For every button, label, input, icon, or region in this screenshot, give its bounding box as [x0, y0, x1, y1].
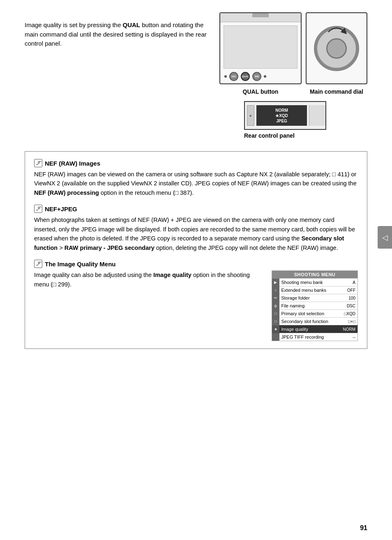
page-container: Image quality is set by pressing the QUA… [0, 0, 392, 540]
menu-icon-cell-7 [272, 333, 279, 341]
menu-icon-cell-3: ψ [272, 302, 279, 310]
rear-panel-text-xqd: ★XQD [275, 113, 288, 118]
camera-body-diagram: ISO QUAL WB [219, 12, 302, 84]
nef-jpeg-body: When photographs taken at settings of NE… [34, 215, 358, 252]
image-quality-menu-title-text: The Image Quality Menu [45, 261, 116, 268]
dial-outer [314, 26, 359, 71]
menu-row-6: ★Image qualityNORM [272, 325, 358, 333]
nef-raw-title-text: NEF (RAW) Images [45, 160, 100, 167]
image-quality-menu-section: 𝓕 The Image Quality Menu Image quality c… [34, 260, 358, 341]
menu-name-cell-2: Storage folder [279, 294, 341, 302]
qual-button: QUAL [241, 72, 250, 81]
menu-name-cell-6: Image quality [279, 325, 341, 333]
page-number: 91 [360, 524, 367, 532]
diagram-labels: QUAL button Main command dial [219, 88, 367, 95]
top-section: Image quality is set by pressing the QUA… [25, 12, 367, 139]
rear-panel-diagram: ■ NORM ★XQD JPEG [244, 101, 326, 130]
menu-row-4: □Primary slot selection□XQD [272, 310, 358, 318]
menu-row-3: ψFile namingDSC [272, 302, 358, 310]
dial-inner [326, 38, 347, 59]
menu-value-cell-5: □+□ [341, 318, 357, 325]
menu-name-cell-5: Secondary slot function [279, 318, 341, 325]
menu-icon-cell-6: ★ [272, 325, 279, 333]
sidebar-tab[interactable]: ◁ [378, 226, 392, 249]
camera-diagrams: ISO QUAL WB [219, 12, 367, 84]
rear-panel-text-norm: NORM [275, 108, 288, 113]
nef-jpeg-icon: 𝓕 [34, 205, 42, 213]
nef-raw-bold: NEF (RAW) processing [34, 189, 99, 196]
image-quality-bold: Image quality [153, 272, 191, 278]
diagrams-container: ISO QUAL WB [219, 12, 367, 139]
bottom-note-text: Image quality can also be adjusted using… [34, 270, 263, 289]
main-command-dial-label: Main command dial [306, 88, 367, 95]
menu-row-1: ○Extended menu banksOFF [272, 286, 358, 294]
shooting-menu-table: SHOOTING MENU ▶Shooting menu bankA○Exten… [272, 270, 358, 341]
shooting-menu-header: SHOOTING MENU [272, 271, 358, 279]
camera-screen [224, 25, 297, 69]
camera-dot-left [224, 75, 227, 78]
nef-jpeg-title-text: NEF+JPEG [45, 205, 77, 212]
nef-raw-title: 𝓕 NEF (RAW) Images [34, 159, 358, 167]
menu-value-cell-7: -- [341, 333, 357, 341]
rear-panel-screen: NORM ★XQD JPEG [256, 105, 307, 126]
camera-buttons-row: ISO QUAL WB [220, 70, 301, 83]
menu-value-cell-2: 100 [341, 294, 357, 302]
bottom-note-section: Image quality can also be adjusted using… [34, 270, 358, 341]
menu-name-cell-0: Shooting menu bank [279, 279, 341, 286]
menu-value-cell-4: □XQD [341, 310, 357, 318]
menu-icon-cell-2: ✏ [272, 294, 279, 302]
menu-row-7: JPEG TIFF recording-- [272, 333, 358, 341]
image-quality-menu-title: 𝓕 The Image Quality Menu [34, 260, 358, 268]
camera-top-notch [252, 13, 269, 17]
rear-panel-text-jpeg: JPEG [276, 118, 287, 124]
intro-text: Image quality is set by pressing the QUA… [25, 12, 219, 48]
camera-dot-right [264, 75, 266, 78]
nef-jpeg-bold2: RAW primary - JPEG secondary [65, 245, 154, 251]
nef-jpeg-body-text3: option, deleting the JPEG copy will not … [154, 245, 338, 251]
shooting-menu-container: SHOOTING MENU ▶Shooting menu bankA○Exten… [272, 270, 358, 341]
nef-jpeg-section: 𝓕 NEF+JPEG When photographs taken at set… [34, 205, 358, 252]
menu-icon-cell-4: □ [272, 310, 279, 318]
menu-name-cell-4: Primary slot selection [279, 310, 341, 318]
menu-name-cell-1: Extended menu banks [279, 286, 341, 294]
menu-value-cell-3: DSC [341, 302, 357, 310]
menu-name-cell-3: File naming [279, 302, 341, 310]
nef-raw-body-text1: NEF (RAW) images can be viewed on the ca… [34, 171, 357, 187]
nef-raw-body-text2: option in the retouch menu (□ 387). [99, 189, 194, 196]
menu-icon-cell-0: ▶ [272, 279, 279, 286]
menu-value-cell-6: NORM [341, 325, 357, 333]
nef-jpeg-body-text2: > [58, 245, 65, 251]
menu-row-0: ▶Shooting menu bankA [272, 279, 358, 286]
menu-name-cell-7: JPEG TIFF recording [279, 333, 341, 341]
note-box: 𝓕 NEF (RAW) Images NEF (RAW) images can … [25, 151, 367, 349]
intro-text-content: Image quality is set by pressing the QUA… [25, 21, 207, 47]
menu-value-cell-0: A [341, 279, 357, 286]
camera-top-bar [220, 13, 301, 22]
menu-value-cell-1: OFF [341, 286, 357, 294]
qual-button-label: QUAL button [219, 88, 302, 95]
nef-raw-body: NEF (RAW) images can be viewed on the ca… [34, 170, 358, 197]
dial-arrow-svg [324, 22, 349, 34]
rear-panel-container: ■ NORM ★XQD JPEG Rear control panel [219, 101, 326, 139]
rear-panel-right-area [309, 105, 325, 126]
command-dial-diagram [306, 12, 367, 84]
rear-control-panel-label: Rear control panel [244, 132, 295, 139]
menu-row-5: □Secondary slot function□+□ [272, 318, 358, 325]
nef-raw-icon: 𝓕 [34, 159, 42, 167]
wb-button: WB [252, 72, 261, 81]
menu-row-2: ✏Storage folder100 [272, 294, 358, 302]
menu-icon-cell-1: ○ [272, 286, 279, 294]
rear-panel-left-bump: ■ [247, 105, 254, 126]
nef-raw-section: 𝓕 NEF (RAW) Images NEF (RAW) images can … [34, 159, 358, 197]
nef-jpeg-title: 𝓕 NEF+JPEG [34, 205, 358, 213]
image-quality-menu-icon: 𝓕 [34, 260, 42, 268]
iso-button: ISO [229, 72, 238, 81]
image-quality-body-text1: Image quality can also be adjusted using… [34, 272, 153, 278]
qual-bold: QUAL [122, 21, 140, 28]
menu-icon-cell-5: □ [272, 318, 279, 325]
sidebar-tab-icon: ◁ [382, 233, 388, 242]
